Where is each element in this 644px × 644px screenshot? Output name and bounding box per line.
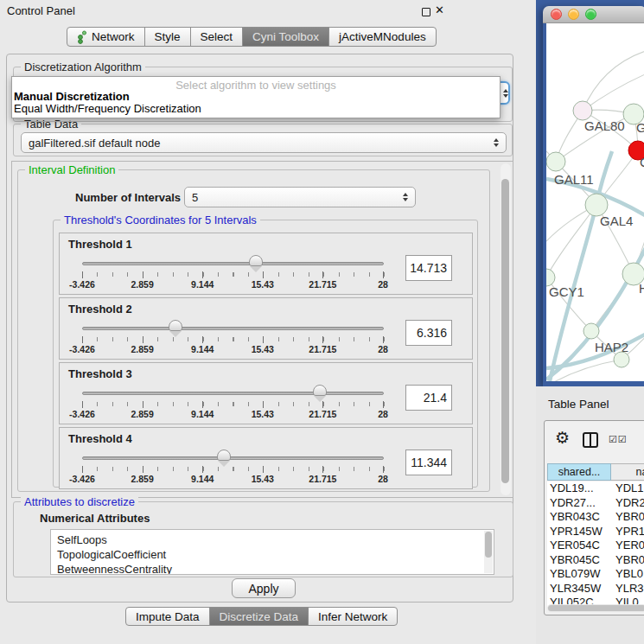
table-cell[interactable]: YER0 — [609, 539, 644, 553]
slider-thumb[interactable] — [249, 255, 263, 266]
threshold-3-panel: Threshold 3 -3.4262.8599.14415.4321.7152… — [59, 362, 473, 424]
network-node[interactable] — [583, 323, 599, 339]
network-node[interactable] — [546, 152, 565, 171]
table-cell[interactable]: YBL0 — [609, 567, 644, 582]
list-scrollbar[interactable] — [484, 531, 493, 573]
tab-infer-network[interactable]: Infer Network — [308, 607, 398, 626]
scrollbar-thumb[interactable] — [501, 179, 509, 483]
network-node[interactable] — [546, 269, 555, 286]
major-tick — [383, 401, 384, 408]
tab-label: Cyni Toolbox — [252, 30, 319, 43]
list-item-betweennesscentrality[interactable]: BetweennessCentrality — [51, 562, 494, 575]
threshold-2-slider[interactable]: -3.4262.8599.14415.4321.71528 — [60, 298, 397, 360]
table-cell[interactable]: YBR045C — [547, 553, 609, 568]
column-header-shared-name[interactable]: shared... — [547, 463, 611, 481]
num-intervals-combo[interactable]: 5 — [184, 187, 416, 207]
columns-icon[interactable] — [583, 432, 598, 448]
table-row[interactable]: YPR145WYPR1 — [547, 525, 644, 539]
slider-thumb[interactable] — [217, 450, 231, 461]
close-icon[interactable]: ✕ — [435, 3, 444, 16]
table-cell[interactable]: YDL1 — [609, 481, 644, 496]
table-row[interactable]: YBR045CYBR0 — [547, 553, 644, 568]
network-node[interactable] — [573, 101, 592, 120]
list-item-selfloops[interactable]: SelfLoops — [51, 532, 494, 547]
minimize-traffic-light[interactable] — [568, 9, 579, 20]
tick-label: -3.426 — [69, 279, 95, 290]
gear-icon[interactable]: ⚙ — [555, 428, 570, 448]
tick-label: 21.715 — [309, 474, 336, 484]
threshold-4-value[interactable]: 11.344 — [405, 450, 452, 475]
tab-discretize-data[interactable]: Discretize Data — [209, 607, 309, 626]
slider-track[interactable] — [82, 456, 384, 460]
dropdown-option-manual-discretization[interactable]: Manual Discretization — [12, 91, 500, 103]
table-row[interactable]: YDR27...YDR2 — [547, 496, 644, 511]
network-node[interactable] — [614, 352, 629, 367]
attributes-list: SelfLoops TopologicalCoefficient Between… — [50, 529, 494, 575]
table-cell[interactable]: YDR27... — [547, 496, 609, 511]
slider-track[interactable] — [82, 262, 384, 265]
table-cell[interactable]: YDR2 — [609, 496, 644, 511]
tab-select[interactable]: Select — [190, 27, 244, 47]
network-edge[interactable] — [546, 205, 596, 277]
table-data-combo[interactable]: galFiltered.sif default node — [21, 132, 507, 153]
horizontal-scrollbar[interactable] — [547, 604, 644, 612]
slider-track[interactable] — [82, 392, 384, 395]
apply-button[interactable]: Apply — [232, 578, 296, 598]
desktop-background: GAL80GACGAL11GAL4GCY1HHAP2 — [536, 0, 644, 386]
table-row[interactable]: YDL19...YDL1 — [547, 481, 644, 496]
table-row[interactable]: YER054CYER0 — [547, 539, 644, 553]
table-cell[interactable]: YPR1 — [609, 525, 644, 539]
zoom-traffic-light[interactable] — [585, 9, 596, 20]
network-icon — [77, 30, 87, 44]
tab-network[interactable]: Network — [67, 27, 145, 47]
table-row[interactable]: YBR043CYBR0 — [547, 510, 644, 525]
table-cell[interactable]: YLR3 — [609, 582, 644, 596]
threshold-1-slider[interactable]: -3.4262.8599.14415.4321.71528 — [60, 233, 397, 296]
select-columns-icon[interactable]: ☑☑ — [609, 434, 628, 445]
stepper-icon — [403, 193, 408, 201]
vertical-scrollbar[interactable] — [501, 163, 511, 495]
slider-ticks — [82, 272, 385, 277]
slider-thumb[interactable] — [313, 385, 327, 396]
tick-label: 21.715 — [309, 279, 336, 290]
major-tick — [82, 401, 83, 408]
major-tick — [143, 401, 143, 408]
close-traffic-light[interactable] — [551, 9, 562, 20]
table-cell[interactable]: YBL079W — [547, 567, 609, 582]
table-cell[interactable]: YBR043C — [547, 510, 609, 525]
tab-cyni-toolbox[interactable]: Cyni Toolbox — [242, 27, 329, 47]
slider-track[interactable] — [82, 327, 384, 330]
threshold-1-value[interactable]: 14.713 — [405, 255, 452, 281]
tab-style[interactable]: Style — [144, 27, 191, 47]
list-item-topologicalcoefficient[interactable]: TopologicalCoefficient — [51, 547, 494, 562]
table-cell[interactable]: YDL19... — [547, 481, 609, 496]
dropdown-option-equal-width-frequency[interactable]: Equal Width/Frequency Discretization — [12, 103, 500, 115]
column-header-name[interactable]: na — [611, 463, 644, 481]
tick-label: -3.426 — [69, 344, 95, 354]
table-cell[interactable]: YBR0 — [609, 553, 644, 568]
table-cell[interactable]: YER054C — [547, 539, 609, 553]
threshold-2-value[interactable]: 6.316 — [405, 320, 452, 346]
threshold-3-slider[interactable]: -3.4262.8599.14415.4321.71528 — [60, 363, 397, 425]
tab-jactivemnodules[interactable]: jActiveMNodules — [328, 27, 437, 47]
tab-impute-data[interactable]: Impute Data — [125, 607, 210, 626]
table-cell[interactable]: YPR145W — [547, 525, 609, 539]
scrollbar-thumb[interactable] — [485, 532, 492, 558]
threshold-4-slider[interactable]: -3.4262.8599.14415.4321.71528 — [60, 428, 397, 490]
slider-thumb[interactable] — [169, 320, 182, 331]
threshold-3-value[interactable]: 21.4 — [405, 385, 452, 411]
network-canvas[interactable]: GAL80GACGAL11GAL4GCY1HHAP2 — [546, 23, 644, 381]
tick-label: 2.859 — [131, 409, 153, 419]
algorithm-dropdown: Select algorithm to view settings Manual… — [11, 76, 501, 118]
control-panel-titlebar: Control Panel ✕ — [0, 0, 536, 21]
float-window-icon[interactable] — [422, 8, 430, 16]
control-panel-tabs: Network Style Select Cyni Toolbox jActiv… — [67, 27, 437, 47]
major-tick — [263, 336, 264, 343]
window-titlebar[interactable] — [543, 6, 644, 23]
table-row[interactable]: YBL079WYBL0 — [547, 567, 644, 582]
network-edge[interactable] — [583, 49, 644, 111]
scrollbar-thumb[interactable] — [548, 605, 644, 611]
table-row[interactable]: YLR345WYLR3 — [547, 582, 644, 596]
table-cell[interactable]: YLR345W — [547, 582, 609, 596]
table-cell[interactable]: YBR0 — [609, 510, 644, 525]
